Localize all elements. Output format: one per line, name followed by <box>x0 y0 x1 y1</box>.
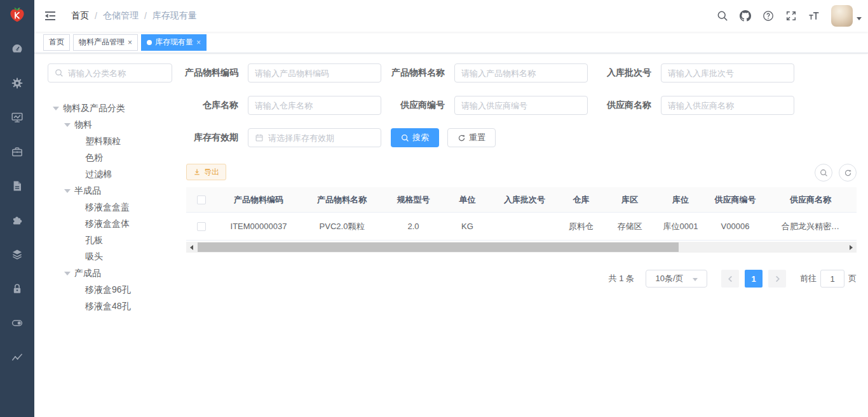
tree-node-label: 产成品 <box>74 268 101 279</box>
sidebar-icon-document[interactable] <box>0 179 34 193</box>
scroll-left-arrow[interactable] <box>186 242 197 253</box>
tree-node-well-plate[interactable]: 孔板 <box>48 232 181 249</box>
user-menu[interactable] <box>831 5 862 27</box>
search-icon <box>820 169 828 177</box>
font-size-icon[interactable] <box>808 10 820 22</box>
tab-label: 物料产品管理 <box>79 37 125 48</box>
help-icon[interactable] <box>763 10 774 22</box>
top-navbar: 首页 / 仓储管理 / 库存现有量 <box>34 0 868 32</box>
export-button-label: 导出 <box>204 167 219 178</box>
sidebar-icon-toolbox[interactable] <box>0 145 34 159</box>
sidebar-icon-toggle[interactable] <box>0 316 34 330</box>
cell-warehouse: 原料仓 <box>558 213 604 240</box>
sidebar-menu <box>0 42 34 364</box>
export-button[interactable]: 导出 <box>186 164 226 180</box>
page-size-select[interactable]: 10条/页 <box>646 270 707 288</box>
cell-product-name: PVC2.0颗粒 <box>301 213 383 240</box>
cell-unit: KG <box>444 213 491 240</box>
next-page-button[interactable] <box>768 270 786 288</box>
tab-close-icon[interactable]: × <box>128 39 132 46</box>
breadcrumb-warehouse[interactable]: 仓储管理 <box>103 10 139 22</box>
tab-material-product[interactable]: 物料产品管理 × <box>73 34 138 51</box>
scrollbar-thumb[interactable] <box>198 242 679 252</box>
sidebar-icon-plugin[interactable] <box>0 213 34 227</box>
sidebar-icon-monitor[interactable] <box>0 110 34 124</box>
chevron-right-icon <box>774 275 781 282</box>
column-header: 产品物料名称 <box>301 187 383 212</box>
stock-expiry-date-input[interactable] <box>268 133 374 143</box>
tab-home[interactable]: 首页 <box>43 34 70 51</box>
hamburger-icon[interactable] <box>34 0 66 32</box>
search-button-label: 搜索 <box>412 132 429 143</box>
search-icon <box>55 69 64 77</box>
product-code-input[interactable] <box>248 63 381 83</box>
field-label: 入库批次号 <box>597 67 651 79</box>
sidebar-icon-dashboard[interactable] <box>0 42 34 56</box>
tree-node-box-96[interactable]: 移液盒96孔 <box>48 282 181 298</box>
tree-node-label: 孔板 <box>85 235 103 246</box>
tree-node-filter-cotton[interactable]: 过滤棉 <box>48 166 181 183</box>
sidebar-icon-settings[interactable] <box>0 76 34 90</box>
tree-node-label: 物料及产品分类 <box>63 103 125 114</box>
main-content: 物料及产品分类 物料 塑料颗粒 色粉 过滤棉 半成品 移液盒盒盖 移液盒盒体 孔… <box>34 53 868 417</box>
cell-storage-slot: 库位0001 <box>655 213 706 240</box>
warehouse-name-input[interactable] <box>248 96 381 115</box>
tree-node-root[interactable]: 物料及产品分类 <box>48 100 181 117</box>
column-header: 供应商编号 <box>706 187 764 212</box>
user-avatar[interactable] <box>831 5 853 27</box>
tree-node-box-48[interactable]: 移液盒48孔 <box>48 298 181 315</box>
caret-down-icon[interactable] <box>64 189 71 193</box>
prev-page-button[interactable] <box>721 270 739 288</box>
supplier-name-input[interactable] <box>661 96 794 115</box>
sidebar-icon-layers[interactable] <box>0 248 34 261</box>
search-icon[interactable] <box>717 10 728 22</box>
breadcrumb-home[interactable]: 首页 <box>71 10 89 22</box>
field-label: 产品物料编码 <box>184 67 238 79</box>
total-count: 共 1 条 <box>609 273 634 284</box>
tab-stock-on-hand[interactable]: 库存现有量 × <box>141 34 207 51</box>
tab-close-icon[interactable]: × <box>196 39 201 46</box>
table-header-row: 产品物料编码 产品物料名称 规格型号 单位 入库批次号 仓库 库区 库位 供应商… <box>186 187 857 213</box>
tree-node-box-lid[interactable]: 移液盒盒盖 <box>48 199 181 216</box>
filter-form: 产品物料编码 产品物料名称 入库批次号 仓库名称 供应商编号 供应商名称 库存有… <box>184 63 794 147</box>
sidebar-icon-lock[interactable] <box>0 282 34 296</box>
column-header: 规格型号 <box>383 187 444 212</box>
supplier-code-input[interactable] <box>454 96 588 115</box>
tree-node-plastic-pellet[interactable]: 塑料颗粒 <box>48 133 181 150</box>
tree-node-finished[interactable]: 产成品 <box>48 265 181 282</box>
caret-down-icon[interactable] <box>53 107 59 110</box>
category-search-input[interactable] <box>68 69 165 78</box>
field-label: 产品物料名称 <box>391 67 445 79</box>
select-all-checkbox[interactable] <box>197 195 206 204</box>
tree-node-material[interactable]: 物料 <box>48 117 181 133</box>
tree-node-label: 移液盒盒盖 <box>85 202 130 213</box>
search-button[interactable]: 搜索 <box>391 128 439 147</box>
show-search-toggle-button[interactable] <box>815 164 832 182</box>
sidebar-icon-chart[interactable] <box>0 350 34 364</box>
table-row[interactable]: ITEM00000037 PVC2.0颗粒 2.0 KG 原料仓 存储区 库位0… <box>186 213 857 241</box>
caret-down-icon[interactable] <box>64 123 71 127</box>
breadcrumb-separator: / <box>144 11 147 21</box>
cell-supplier-code: V00006 <box>706 213 764 240</box>
tree-node-box-body[interactable]: 移液盒盒体 <box>48 216 181 232</box>
horizontal-scrollbar[interactable] <box>186 242 857 253</box>
goto-page-input[interactable] <box>820 270 844 288</box>
field-label: 供应商名称 <box>597 100 651 111</box>
row-checkbox[interactable] <box>197 222 206 231</box>
github-icon[interactable] <box>740 10 751 22</box>
page-unit-label: 页 <box>848 273 857 284</box>
reset-button[interactable]: 重置 <box>447 128 496 147</box>
refresh-table-button[interactable] <box>839 164 857 182</box>
app-logo[interactable] <box>0 0 34 32</box>
scroll-right-arrow[interactable] <box>846 242 857 253</box>
column-header: 库位 <box>655 187 706 212</box>
inbound-batch-input[interactable] <box>661 63 794 83</box>
tree-node-tip[interactable]: 吸头 <box>48 249 181 265</box>
stock-expiry-date-picker[interactable] <box>248 128 381 147</box>
tree-node-color-powder[interactable]: 色粉 <box>48 150 181 166</box>
tree-node-semi-finished[interactable]: 半成品 <box>48 183 181 199</box>
product-name-input[interactable] <box>454 63 588 83</box>
page-number-button[interactable]: 1 <box>745 270 763 288</box>
caret-down-icon[interactable] <box>64 272 71 275</box>
fullscreen-icon[interactable] <box>785 10 797 22</box>
